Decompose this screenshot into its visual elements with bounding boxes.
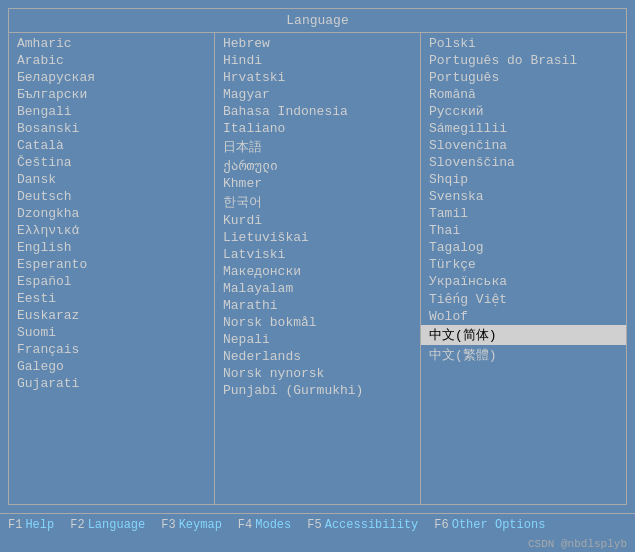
language-dialog: Language AmharicArabicБеларускаяБългарск… — [8, 8, 627, 505]
language-item[interactable]: Svenska — [421, 188, 626, 205]
language-item[interactable]: Hebrew — [215, 35, 420, 52]
watermark: CSDN @nbdlsplyb — [0, 536, 635, 552]
language-item[interactable]: Italiano — [215, 120, 420, 137]
footer-key: F1 — [8, 518, 22, 532]
language-item[interactable]: Bahasa Indonesia — [215, 103, 420, 120]
language-item[interactable]: Shqip — [421, 171, 626, 188]
language-item[interactable]: Dansk — [9, 171, 214, 188]
footer-item[interactable]: F4Modes — [238, 518, 291, 532]
language-item[interactable]: Tiếng Việt — [421, 290, 626, 308]
dialog-title: Language — [9, 9, 626, 33]
language-item[interactable]: Português — [421, 69, 626, 86]
footer-item[interactable]: F1Help — [8, 518, 54, 532]
language-item[interactable]: Deutsch — [9, 188, 214, 205]
language-item[interactable]: Malayalam — [215, 280, 420, 297]
language-item[interactable]: Türkçe — [421, 256, 626, 273]
language-item[interactable]: Tagalog — [421, 239, 626, 256]
language-item[interactable]: Polski — [421, 35, 626, 52]
language-item[interactable]: Slovenščina — [421, 154, 626, 171]
language-item[interactable]: Hindi — [215, 52, 420, 69]
language-item[interactable]: 中文(繁體) — [421, 345, 626, 365]
language-column-3[interactable]: PolskiPortuguês do BrasilPortuguêsRomână… — [421, 33, 626, 504]
language-item[interactable]: Kurdî — [215, 212, 420, 229]
footer-key: F3 — [161, 518, 175, 532]
language-item[interactable]: Čeština — [9, 154, 214, 171]
language-item[interactable]: Marathi — [215, 297, 420, 314]
footer-key: F6 — [434, 518, 448, 532]
language-item[interactable]: Русский — [421, 103, 626, 120]
language-item[interactable]: Norsk bokmål — [215, 314, 420, 331]
language-item[interactable]: Punjabi (Gurmukhi) — [215, 382, 420, 399]
language-item[interactable]: English — [9, 239, 214, 256]
language-item[interactable]: Esperanto — [9, 256, 214, 273]
language-item[interactable]: Ελληνικά — [9, 222, 214, 239]
language-list-container: AmharicArabicБеларускаяБългарскиBengaliB… — [9, 33, 626, 504]
language-item[interactable]: Slovenčina — [421, 137, 626, 154]
language-item[interactable]: ქართული — [215, 157, 420, 175]
footer-item[interactable]: F2Language — [70, 518, 145, 532]
footer-label[interactable]: Modes — [255, 518, 291, 532]
language-item[interactable]: 日本語 — [215, 137, 420, 157]
language-item[interactable]: Português do Brasil — [421, 52, 626, 69]
language-item[interactable]: Magyar — [215, 86, 420, 103]
language-item[interactable]: Español — [9, 273, 214, 290]
footer-label[interactable]: Keymap — [179, 518, 222, 532]
language-item[interactable]: Latviski — [215, 246, 420, 263]
footer-label[interactable]: Accessibility — [325, 518, 419, 532]
language-item[interactable]: Français — [9, 341, 214, 358]
language-item[interactable]: 中文(简体) — [421, 325, 626, 345]
language-item[interactable]: Thai — [421, 222, 626, 239]
language-item[interactable]: Gujarati — [9, 375, 214, 392]
language-item[interactable]: Català — [9, 137, 214, 154]
footer-item[interactable]: F5Accessibility — [307, 518, 418, 532]
footer-label[interactable]: Other Options — [452, 518, 546, 532]
footer-key: F5 — [307, 518, 321, 532]
language-item[interactable]: Norsk nynorsk — [215, 365, 420, 382]
language-item[interactable]: Hrvatski — [215, 69, 420, 86]
footer-key: F4 — [238, 518, 252, 532]
language-item[interactable]: Wolof — [421, 308, 626, 325]
footer-label[interactable]: Language — [88, 518, 146, 532]
language-item[interactable]: Dzongkha — [9, 205, 214, 222]
footer-key: F2 — [70, 518, 84, 532]
language-item[interactable]: 한국어 — [215, 192, 420, 212]
language-item[interactable]: Română — [421, 86, 626, 103]
language-item[interactable]: Беларуская — [9, 69, 214, 86]
language-item[interactable]: Nederlands — [215, 348, 420, 365]
language-item[interactable]: Македонски — [215, 263, 420, 280]
language-item[interactable]: Bosanski — [9, 120, 214, 137]
language-column-2[interactable]: HebrewHindiHrvatskiMagyarBahasa Indonesi… — [215, 33, 421, 504]
main-area: Language AmharicArabicБеларускаяБългарск… — [0, 0, 635, 513]
footer-item[interactable]: F3Keymap — [161, 518, 222, 532]
language-item[interactable]: Galego — [9, 358, 214, 375]
language-item[interactable]: Български — [9, 86, 214, 103]
language-item[interactable]: Euskaraz — [9, 307, 214, 324]
language-item[interactable]: Bengali — [9, 103, 214, 120]
language-item[interactable]: Eesti — [9, 290, 214, 307]
language-item[interactable]: Lietuviškai — [215, 229, 420, 246]
language-item[interactable]: Amharic — [9, 35, 214, 52]
language-item[interactable]: Arabic — [9, 52, 214, 69]
language-item[interactable]: Sámegillii — [421, 120, 626, 137]
language-item[interactable]: Suomi — [9, 324, 214, 341]
language-item[interactable]: Українська — [421, 273, 626, 290]
language-item[interactable]: Khmer — [215, 175, 420, 192]
language-item[interactable]: Nepali — [215, 331, 420, 348]
footer-item[interactable]: F6Other Options — [434, 518, 545, 532]
language-item[interactable]: Tamil — [421, 205, 626, 222]
footer-label[interactable]: Help — [25, 518, 54, 532]
footer-bar: F1HelpF2LanguageF3KeymapF4ModesF5Accessi… — [0, 513, 635, 536]
language-column-1[interactable]: AmharicArabicБеларускаяБългарскиBengaliB… — [9, 33, 215, 504]
